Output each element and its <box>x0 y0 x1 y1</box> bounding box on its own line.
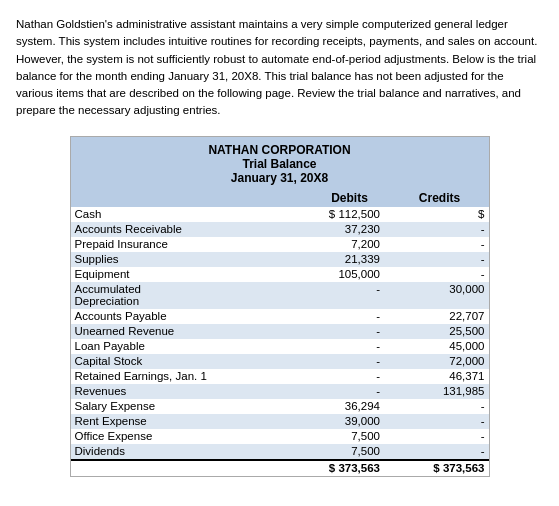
table-row: Loan Payable-45,000 <box>71 339 489 354</box>
total-label <box>71 460 280 476</box>
debit-value: - <box>280 369 385 384</box>
account-name: Retained Earnings, Jan. 1 <box>71 369 280 384</box>
account-name: Accounts Payable <box>71 309 280 324</box>
table-row: AccumulatedDepreciation-30,000 <box>71 282 489 309</box>
debit-value: 7,500 <box>280 444 385 460</box>
credit-value: 30,000 <box>384 282 489 309</box>
table-row: Prepaid Insurance7,200- <box>71 237 489 252</box>
intro-paragraph: Nathan Goldstien's administrative assist… <box>16 16 543 120</box>
credit-col-header: Credits <box>395 191 485 205</box>
table-date: January 31, 20X8 <box>75 171 485 185</box>
debit-value: - <box>280 309 385 324</box>
account-name: Revenues <box>71 384 280 399</box>
credit-value: - <box>384 252 489 267</box>
debit-value: - <box>280 354 385 369</box>
debit-value: $ 112,500 <box>280 207 385 222</box>
credit-value: 72,000 <box>384 354 489 369</box>
table-row: Dividends7,500- <box>71 444 489 460</box>
debit-value: 37,230 <box>280 222 385 237</box>
table-row: Accounts Receivable37,230- <box>71 222 489 237</box>
account-name: Loan Payable <box>71 339 280 354</box>
account-name: Cash <box>71 207 280 222</box>
account-name: Prepaid Insurance <box>71 237 280 252</box>
account-name: Supplies <box>71 252 280 267</box>
credit-value: $ <box>384 207 489 222</box>
credit-value: - <box>384 267 489 282</box>
credit-value: 131,985 <box>384 384 489 399</box>
company-name: NATHAN CORPORATION <box>75 143 485 157</box>
table-row: Salary Expense36,294- <box>71 399 489 414</box>
debit-col-header: Debits <box>305 191 395 205</box>
debit-value: - <box>280 324 385 339</box>
credit-value: 22,707 <box>384 309 489 324</box>
column-headers: Debits Credits <box>71 189 489 207</box>
credit-value: - <box>384 237 489 252</box>
table-row: Rent Expense39,000- <box>71 414 489 429</box>
credit-value: - <box>384 222 489 237</box>
account-name: Capital Stock <box>71 354 280 369</box>
account-name: Accounts Receivable <box>71 222 280 237</box>
account-col-header <box>75 191 305 205</box>
account-name: Unearned Revenue <box>71 324 280 339</box>
debit-value: 39,000 <box>280 414 385 429</box>
table-row: Equipment105,000- <box>71 267 489 282</box>
debit-value: 36,294 <box>280 399 385 414</box>
account-name: Rent Expense <box>71 414 280 429</box>
trial-balance-table: Cash$ 112,500$Accounts Receivable37,230-… <box>71 207 489 476</box>
credit-value: 46,371 <box>384 369 489 384</box>
debit-value: 21,339 <box>280 252 385 267</box>
total-debit: $ 373,563 <box>280 460 385 476</box>
total-credit: $ 373,563 <box>384 460 489 476</box>
debit-value: 7,200 <box>280 237 385 252</box>
debit-value: 7,500 <box>280 429 385 444</box>
table-row: Revenues-131,985 <box>71 384 489 399</box>
credit-value: - <box>384 414 489 429</box>
table-row: Accounts Payable-22,707 <box>71 309 489 324</box>
credit-value: - <box>384 429 489 444</box>
account-name: Equipment <box>71 267 280 282</box>
table-row: Cash$ 112,500$ <box>71 207 489 222</box>
trial-balance-container: NATHAN CORPORATION Trial Balance January… <box>70 136 490 477</box>
debit-value: - <box>280 384 385 399</box>
table-row: Retained Earnings, Jan. 1-46,371 <box>71 369 489 384</box>
total-row: $ 373,563$ 373,563 <box>71 460 489 476</box>
credit-value: 45,000 <box>384 339 489 354</box>
debit-value: 105,000 <box>280 267 385 282</box>
table-row: Office Expense7,500- <box>71 429 489 444</box>
debit-value: - <box>280 282 385 309</box>
debit-value: - <box>280 339 385 354</box>
table-row: Supplies21,339- <box>71 252 489 267</box>
account-name: AccumulatedDepreciation <box>71 282 280 309</box>
account-name: Dividends <box>71 444 280 460</box>
account-name: Salary Expense <box>71 399 280 414</box>
table-header: NATHAN CORPORATION Trial Balance January… <box>71 137 489 189</box>
credit-value: - <box>384 399 489 414</box>
table-title: Trial Balance <box>75 157 485 171</box>
account-name: Office Expense <box>71 429 280 444</box>
table-row: Capital Stock-72,000 <box>71 354 489 369</box>
credit-value: 25,500 <box>384 324 489 339</box>
credit-value: - <box>384 444 489 460</box>
table-row: Unearned Revenue-25,500 <box>71 324 489 339</box>
